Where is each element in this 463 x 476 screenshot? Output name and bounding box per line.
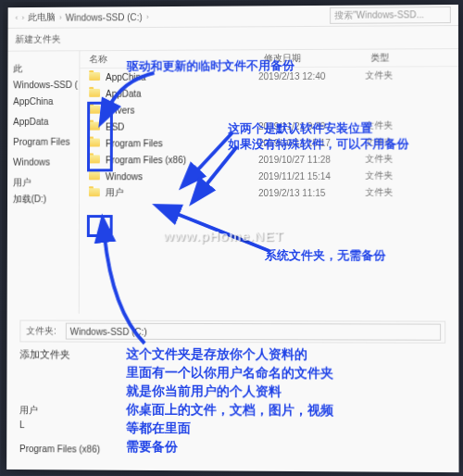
- chevron-icon: ›: [21, 13, 24, 22]
- folder-row[interactable]: AppData: [80, 83, 458, 102]
- sidebar-item[interactable]: Windows-SSD (: [7, 77, 79, 94]
- path-input[interactable]: Windows-SSD (C:): [66, 323, 442, 341]
- path-input-bar: 文件夹: Windows-SSD (C:): [19, 320, 445, 344]
- nav-sidebar: 此 Windows-SSD ( AppChina AppData Program…: [7, 51, 81, 313]
- folder-row[interactable]: Program Files (x86) 2019/10/27 11:28 文件夹: [80, 150, 458, 168]
- folder-row[interactable]: AppChina 2019/2/13 12:40 文件夹: [80, 67, 458, 85]
- list-item[interactable]: Program Files (x86): [19, 442, 100, 457]
- new-folder-button[interactable]: 新建文件夹: [15, 33, 60, 46]
- folder-icon: [87, 121, 102, 132]
- folder-row[interactable]: ESD 2019/11/21 0:39 文件夹: [80, 117, 458, 134]
- path-label: 文件夹:: [20, 325, 61, 338]
- column-header: 名称 修改日期 类型: [80, 49, 458, 69]
- folder-row[interactable]: Program Files 2019/10/13 15:17 文件夹: [80, 133, 458, 151]
- address-bar: ‹ › 此电脑 › Windows-SSD (C:) › 搜索"Windows-…: [8, 5, 458, 29]
- sidebar-item[interactable]: Program Files: [7, 134, 79, 151]
- column-name[interactable]: 名称: [80, 52, 264, 66]
- sidebar-item[interactable]: AppChina: [7, 94, 79, 110]
- sidebar-item[interactable]: 加载(D:): [7, 191, 79, 207]
- folder-icon: [87, 155, 102, 165]
- chevron-right-icon: ›: [146, 12, 149, 21]
- list-item[interactable]: L: [19, 418, 100, 432]
- folder-row[interactable]: 用户 2019/2/13 11:15 文件夹: [80, 184, 458, 202]
- folder-icon: [87, 138, 102, 148]
- chevron-right-icon: ›: [59, 13, 62, 22]
- sidebar-item[interactable]: 此: [7, 60, 79, 77]
- column-date[interactable]: 修改日期: [264, 52, 370, 66]
- section-title: 添加文件夹: [19, 347, 445, 363]
- sidebar-item[interactable]: Windows: [7, 154, 79, 170]
- folder-icon: [87, 171, 102, 182]
- chevron-icon: ‹: [15, 13, 18, 22]
- sidebar-item[interactable]: AppData: [7, 114, 79, 131]
- folder-icon: [87, 88, 102, 98]
- folder-icon: [87, 71, 102, 81]
- sidebar-item[interactable]: 用户: [7, 174, 79, 191]
- column-type[interactable]: 类型: [370, 51, 458, 65]
- folder-row[interactable]: Drivers: [80, 100, 458, 118]
- file-list-area: 名称 修改日期 类型 AppChina 2019/2/13 12:40 文件夹 …: [80, 49, 459, 314]
- folder-icon: [87, 188, 102, 198]
- breadcrumb[interactable]: ‹ › 此电脑 › Windows-SSD (C:) ›: [15, 9, 330, 24]
- folder-row[interactable]: Windows 2019/11/21 15:14 文件夹: [80, 168, 458, 185]
- breadcrumb-item[interactable]: 此电脑: [28, 11, 56, 24]
- search-input[interactable]: 搜索"Windows-SSD...: [330, 6, 451, 24]
- list-item[interactable]: 用户: [19, 403, 100, 418]
- toolbar: 新建文件夹: [7, 26, 457, 52]
- breadcrumb-item[interactable]: Windows-SSD (C:): [66, 12, 143, 22]
- folder-icon: [87, 105, 102, 115]
